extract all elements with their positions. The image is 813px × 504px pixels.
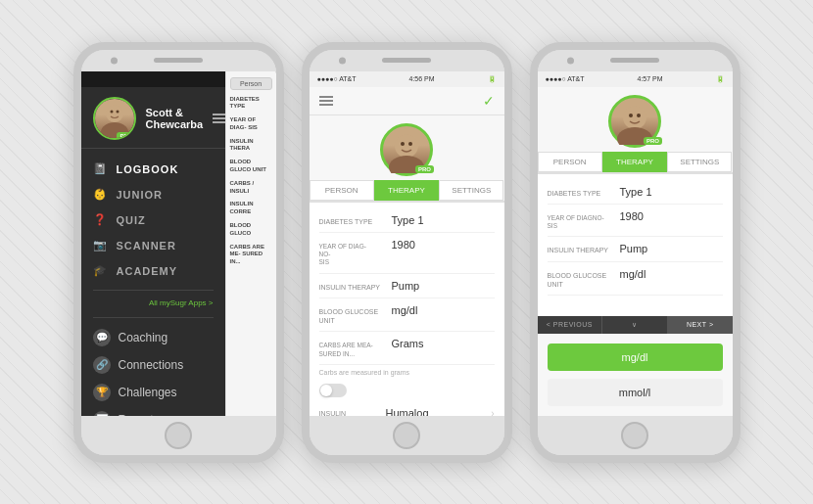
home-button-2[interactable] xyxy=(393,422,420,449)
pro-badge-1: PRO xyxy=(117,132,135,140)
user-name-1: Scott & Chewcarba xyxy=(146,107,204,130)
diabetes-type-row-3: DIABETES TYPE Type 1 xyxy=(548,180,723,205)
tab-person-2[interactable]: PERSON xyxy=(310,180,374,201)
blood-glucose-label-2: BLOOD GLUCOSE UNIT xyxy=(319,307,386,325)
insulin-row-2[interactable]: INSULIN Humalog › xyxy=(319,401,495,415)
down-button-3[interactable]: ∨ xyxy=(602,316,668,334)
p1-divider xyxy=(93,290,214,291)
home-button-3[interactable] xyxy=(621,422,648,449)
svg-point-6 xyxy=(401,142,405,146)
year-diag-field: YEAR OF DIAG- SIS xyxy=(230,116,272,132)
phone-bottom-1 xyxy=(81,416,276,455)
insulin-therapy-value-3: Pump xyxy=(620,243,648,254)
insulin-therapy-label-2: INSULIN THERAPY xyxy=(319,283,386,292)
blood-glucose-label-3: BLOOD GLUCOSE UNIT xyxy=(548,271,614,289)
avatar-3: PRO xyxy=(608,95,661,148)
hamburger-icon-1[interactable] xyxy=(213,114,224,123)
svg-point-3 xyxy=(116,110,119,113)
diabetes-type-field: DIABETES TYPE xyxy=(230,96,272,112)
year-diag-row-3: YEAR OF DIAGNO-SIS 1980 xyxy=(548,205,723,238)
nav-item-logbook[interactable]: 📓 LOGBOOK xyxy=(93,157,214,182)
status-bar-3: ●●●●○ AT&T 4:57 PM 🔋 xyxy=(538,71,733,87)
status-bar-1 xyxy=(81,71,225,87)
status-bar-2: ●●●●○ AT&T 4:56 PM 🔋 xyxy=(310,71,504,87)
insulin-value-2: Humalog xyxy=(386,407,492,415)
status-icons-3: 🔋 xyxy=(716,75,725,83)
quiz-icon: ❓ xyxy=(93,212,109,228)
p2-header: ✓ xyxy=(310,87,504,115)
diabetes-type-label: DIABETES TYPE xyxy=(230,96,272,112)
nav-item-coaching[interactable]: 💬 Coaching xyxy=(93,324,214,351)
blood-glucose-value-2: mg/dl xyxy=(392,304,418,316)
phone-1: PRO Scott & Chewcarba 📓 LOGBOOK xyxy=(73,42,284,463)
p3-nav-row: < PREVIOUS ∨ NEXT > xyxy=(538,316,733,334)
p1-person-col: Person DIABETES TYPE YEAR OF DIAG- SIS I… xyxy=(225,71,276,416)
insulin-therapy-label-3: INSULIN THERAPY xyxy=(548,246,614,254)
year-diag-row-2: YEAR OF DIAG-NO-SIS 1980 xyxy=(319,233,495,274)
phone-bottom-3 xyxy=(538,416,733,455)
diabetes-type-label-2: DIABETES TYPE xyxy=(319,217,386,226)
camera-1 xyxy=(111,57,118,64)
p2-form: DIABETES TYPE Type 1 YEAR OF DIAG-NO-SIS… xyxy=(310,203,504,416)
insulin-therapy-value-2: Pump xyxy=(392,280,420,292)
battery-icon-2: 🔋 xyxy=(488,75,497,83)
option-mgdl-3[interactable]: mg/dl xyxy=(548,344,723,371)
mysugar-link[interactable]: All mySugr Apps > xyxy=(81,297,225,311)
p2-tabs: PERSON THERAPY SETTINGS xyxy=(310,180,504,203)
blood-gluco-field: BLOOD GLUCO UNIT xyxy=(230,159,272,174)
phone-top-3 xyxy=(538,50,733,71)
phone-screen-3: ●●●●○ AT&T 4:57 PM 🔋 PRO xyxy=(538,71,733,416)
nav-item-scanner[interactable]: 📷 SCANNER xyxy=(93,233,214,258)
insulin-therapy-row-2: INSULIN THERAPY Pump xyxy=(319,274,495,298)
connections-label: Connections xyxy=(119,358,184,372)
nav-item-academy[interactable]: 🎓 ACADEMY xyxy=(93,258,214,284)
time-2: 4:56 PM xyxy=(409,75,435,82)
battery-icon-3: 🔋 xyxy=(716,75,725,83)
nav-item-quiz[interactable]: ❓ QUIZ xyxy=(93,207,214,233)
option-mmoll-3[interactable]: mmol/l xyxy=(548,379,723,406)
tab-settings-3[interactable]: SETTINGS xyxy=(667,152,732,172)
home-button-1[interactable] xyxy=(165,422,192,449)
carbs-mea-field: CARBS ARE ME- SURED IN... xyxy=(230,244,272,266)
next-button-3[interactable]: NEXT > xyxy=(668,316,733,334)
insulin-corre-field: INSULIN CORRE xyxy=(230,201,272,216)
person-button[interactable]: Person xyxy=(230,77,272,90)
tab-therapy-2[interactable]: THERAPY xyxy=(374,180,439,201)
carbs-insuli-field: CARBS / INSULI xyxy=(230,180,272,196)
carrier-2: ●●●●○ AT&T xyxy=(317,75,357,82)
time-3: 4:57 PM xyxy=(638,75,663,82)
tab-therapy-3[interactable]: THERAPY xyxy=(602,152,667,172)
blood-glucose-row-3: BLOOD GLUCOSE UNIT mg/dl xyxy=(548,262,723,296)
nav-item-connections[interactable]: 🔗 Connections xyxy=(93,351,214,379)
svg-point-7 xyxy=(408,142,412,146)
carrier-3: ●●●●○ AT&T xyxy=(546,75,585,82)
insulin-thera-field: INSULIN THERA xyxy=(230,138,272,154)
speaker-1 xyxy=(154,58,203,63)
nav-item-challenges[interactable]: 🏆 Challenges xyxy=(93,379,214,406)
tab-person-3[interactable]: PERSON xyxy=(538,152,602,172)
p3-avatar-container: PRO xyxy=(538,87,733,152)
speaker-2 xyxy=(382,58,431,63)
svg-point-0 xyxy=(106,105,123,122)
previous-button-3[interactable]: < PREVIOUS xyxy=(538,316,603,334)
hamburger-icon-2[interactable] xyxy=(319,96,333,106)
pro-badge-3: PRO xyxy=(644,137,662,145)
insulin-label-2: INSULIN xyxy=(319,409,386,416)
avatar-1: PRO xyxy=(93,97,136,140)
blood-gluco-label: BLOOD GLUCO UNIT xyxy=(230,159,272,174)
toggle-2[interactable] xyxy=(319,384,347,397)
svg-point-8 xyxy=(623,106,646,129)
blood-gluco2-field: BLOOD GLUCO xyxy=(230,222,272,238)
phone-screen-2: ●●●●○ AT&T 4:56 PM 🔋 ✓ xyxy=(310,71,504,416)
speaker-3 xyxy=(610,58,659,63)
phones-container: PRO Scott & Chewcarba 📓 LOGBOOK xyxy=(73,42,741,463)
coaching-icon: 💬 xyxy=(93,329,111,346)
checkmark-icon-2[interactable]: ✓ xyxy=(483,93,495,109)
diabetes-type-row-2: DIABETES TYPE Type 1 xyxy=(319,208,495,233)
phone-top-1 xyxy=(81,50,276,71)
carbs-label-2: CARBS ARE MEA-SURED IN... xyxy=(319,342,386,358)
year-diag-label: YEAR OF DIAG- SIS xyxy=(230,116,272,132)
tab-settings-2[interactable]: SETTINGS xyxy=(439,180,503,201)
nav-item-reports[interactable]: 📊 Reports xyxy=(93,406,214,416)
nav-item-junior[interactable]: 👶 JUNIOR xyxy=(93,182,214,207)
